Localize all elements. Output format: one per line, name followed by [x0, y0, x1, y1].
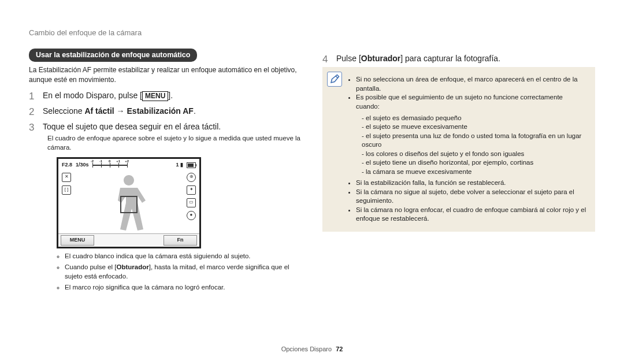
step-2: Seleccione Af táctil → Estabilización AF…	[29, 106, 302, 117]
focus-box	[120, 196, 138, 213]
note-line-4: Si la cámara no sigue al sujeto, debe vo…	[356, 188, 587, 206]
steps-left: En el modo Disparo, pulse [MENU]. Selecc…	[29, 90, 302, 292]
step-1-pre: En el modo Disparo, pulse [	[43, 91, 142, 100]
note-dash-4: los colores o diseños del sujeto y el fo…	[362, 150, 587, 159]
bullet-white-box: El cuadro blanco indica que la cámara es…	[65, 252, 302, 261]
note-dash-6: la cámara se mueve excesivamente	[362, 168, 587, 177]
step-4-pre: Pulse [	[336, 54, 361, 63]
aperture-label: F2.8	[62, 161, 72, 168]
ev-bar: -2 -1 0 +1 +2	[92, 162, 127, 168]
left-osd-icons: ✕ [ ]	[62, 173, 71, 195]
note-line-2: Es posible que el seguimiento de un suje…	[356, 93, 587, 176]
shutter-label: 1/30s	[76, 161, 89, 168]
step-1: En el modo Disparo, pulse [MENU].	[29, 90, 302, 101]
camera-fn-button[interactable]: Fn	[164, 235, 197, 246]
section-pill: Usar la estabilización de enfoque automá…	[29, 49, 197, 62]
bullet-green-b: Obturador	[117, 263, 149, 270]
step-3: Toque el sujeto que desea seguir en el á…	[29, 121, 302, 292]
menu-chip: MENU	[142, 91, 168, 101]
note-dash-1: el sujeto es demasiado pequeño	[362, 114, 587, 123]
step-2-b2: Estabilización AF	[127, 106, 194, 116]
page: Cambio del enfoque de la cámara Usar la …	[0, 0, 624, 364]
note-line-5: Si la cámara no logra enfocar, el cuadro…	[356, 206, 587, 224]
note-line-1: Si no selecciona un área de enfoque, el …	[356, 75, 587, 93]
camera-topbar: F2.8 1/30s -2 -1 0 +1 +2 1	[58, 159, 199, 172]
note-dash-3: el sujeto presenta una luz de fondo o us…	[362, 132, 587, 150]
aspect-icon: ▭	[187, 198, 196, 207]
step-3-bullets: El cuadro blanco indica que la cámara es…	[57, 252, 302, 292]
step-2-b1: Af táctil	[84, 106, 114, 116]
flash-off-icon: ✕	[62, 173, 71, 182]
step-4-b: Obturador	[361, 54, 400, 63]
footer: Opciones Disparo 72	[0, 345, 624, 354]
note-line-3: Si la estabilización falla, la función s…	[356, 179, 587, 188]
note-icon	[327, 72, 342, 87]
note-dash-list: el sujeto es demasiado pequeño el sujeto…	[356, 114, 587, 177]
step-3-sub: El cuadro de enfoque aparece sobre el su…	[43, 134, 302, 152]
note-dash-2: el sujeto se mueve excesivamente	[362, 122, 587, 132]
camera-menu-button[interactable]: MENU	[61, 235, 94, 246]
steps-right: Pulse [Obturador] para capturar la fotog…	[322, 53, 595, 64]
right-osd-icons: ⊕ ✦ ▭ ●	[187, 173, 196, 220]
footer-page: 72	[336, 346, 343, 352]
camera-illustration: F2.8 1/30s -2 -1 0 +1 +2 1	[57, 157, 302, 248]
battery-icon	[187, 162, 196, 168]
note-box: Si no selecciona un área de enfoque, el …	[322, 67, 595, 231]
bullet-red-box: El marco rojo significa que la cámara no…	[65, 283, 302, 292]
note-dash-5: el sujeto tiene un diseño horizontal, po…	[362, 158, 587, 168]
step-3-text: Toque el sujeto que desea seguir en el á…	[43, 122, 221, 131]
step-1-post: ].	[168, 91, 173, 100]
note-list: Si no selecciona un área de enfoque, el …	[348, 75, 587, 223]
breadcrumb: Cambio del enfoque de la cámara	[29, 28, 595, 38]
bullet-green-pre: Cuando pulse el [	[65, 263, 117, 270]
step-4: Pulse [Obturador] para capturar la fotog…	[322, 53, 595, 64]
drive-icon: ●	[187, 211, 196, 220]
mode-icon: ⊕	[187, 173, 196, 182]
step-2-arrow: →	[114, 106, 127, 116]
stabilize-icon: ✦	[187, 185, 196, 195]
intro-text: La Estabilización AF permite estabilizar…	[29, 65, 302, 84]
camera-screen: F2.8 1/30s -2 -1 0 +1 +2 1	[57, 157, 201, 248]
right-column: Pulse [Obturador] para capturar la fotog…	[322, 49, 595, 292]
step-2-pre: Seleccione	[43, 106, 84, 116]
left-column: Usar la estabilización de enfoque automá…	[29, 49, 302, 292]
focus-mode-icon: [ ]	[62, 185, 71, 195]
footer-label: Opciones Disparo	[281, 346, 332, 352]
bullet-green-box: Cuando pulse el [Obturador], hasta la mi…	[65, 263, 302, 281]
camera-body: ✕ [ ] ⊕ ✦ ▭ ●	[58, 172, 199, 234]
columns: Usar la estabilización de enfoque automá…	[29, 49, 595, 292]
step-2-post: .	[194, 106, 196, 116]
step-4-post: ] para capturar la fotografía.	[400, 54, 500, 63]
camera-bottombar: MENU Fn	[58, 233, 199, 247]
count-icon: 1 ▮	[176, 161, 183, 168]
note-line-2-text: Es posible que el seguimiento de un suje…	[356, 94, 563, 110]
